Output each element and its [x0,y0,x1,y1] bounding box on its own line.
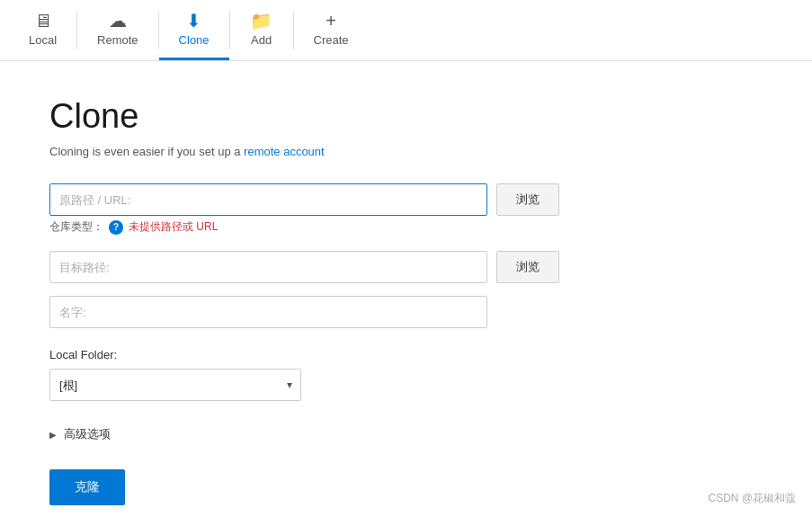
local-icon: 🖥 [34,12,52,30]
nav-label-remote: Remote [97,33,138,47]
watermark: CSDN @花椒和蔻 [708,491,796,506]
top-nav: 🖥 Local ☁ Remote ⬇ Clone 📁 Add + Create [0,0,812,61]
target-input[interactable] [49,251,487,283]
url-row: 浏览 [49,183,763,216]
target-row: 浏览 [49,251,763,283]
browse-target-button[interactable]: 浏览 [496,251,559,283]
nav-label-create: Create [314,33,349,47]
browse-url-button[interactable]: 浏览 [496,183,559,216]
nav-item-create[interactable]: + Create [294,0,369,60]
name-input[interactable] [49,296,487,328]
url-input[interactable] [49,183,487,216]
create-icon: + [326,12,336,30]
advanced-options-toggle[interactable]: ▶ 高级选项 [49,426,763,442]
chevron-right-icon: ▶ [49,430,57,440]
nav-label-add: Add [251,33,272,47]
repo-type-label: 仓库类型： [49,219,103,235]
nav-label-clone: Clone [179,33,210,47]
remote-icon: ☁ [109,12,127,30]
help-icon[interactable]: ? [109,220,123,235]
folder-select-wrapper: [根] ▾ [49,369,301,401]
subtitle: Cloning is even easier if you set up a r… [49,145,763,158]
nav-item-add[interactable]: 📁 Add [230,0,293,60]
nav-item-local[interactable]: 🖥 Local [9,0,76,60]
nav-item-clone[interactable]: ⬇ Clone [159,0,229,60]
remote-account-link[interactable]: remote account [244,145,325,158]
nav-item-remote[interactable]: ☁ Remote [77,0,158,60]
local-folder-label: Local Folder: [49,348,763,361]
repo-type-row: 仓库类型： ? 未提供路径或 URL [49,219,763,235]
add-icon: 📁 [250,12,272,30]
advanced-options-label: 高级选项 [64,426,111,442]
folder-select[interactable]: [根] [49,369,301,401]
name-row [49,296,763,328]
page-title: Clone [49,97,763,136]
nav-label-local: Local [29,33,57,47]
subtitle-pre: Cloning is even easier if you set up a [49,145,244,158]
clone-button[interactable]: 克隆 [49,469,125,505]
error-text: 未提供路径或 URL [129,219,218,235]
clone-icon: ⬇ [186,12,201,30]
main-content: Clone Cloning is even easier if you set … [0,61,812,517]
